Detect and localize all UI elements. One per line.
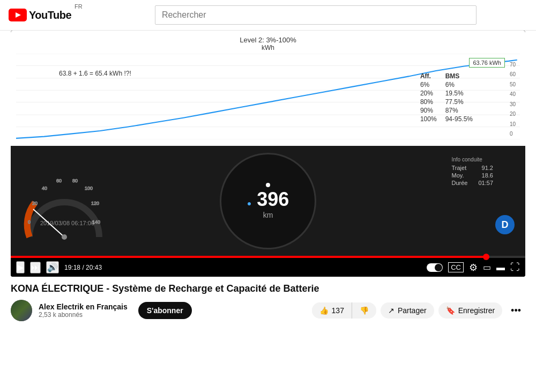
info-value: 18.6 bbox=[482, 172, 493, 179]
left-gauge: 0 20 40 60 80 100 120 140 bbox=[21, 151, 107, 250]
search-input[interactable] bbox=[155, 5, 477, 25]
svg-point-19 bbox=[62, 234, 67, 240]
play-button[interactable]: ▶ bbox=[16, 261, 25, 273]
video-title: KONA ÉLECTRIQUE - Système de Recharge et… bbox=[11, 283, 525, 294]
table-header-bms: BMS bbox=[441, 72, 477, 80]
svg-text:80: 80 bbox=[72, 178, 78, 183]
subtitles-button[interactable]: CC bbox=[448, 262, 464, 272]
settings-button[interactable]: ⚙ bbox=[469, 262, 478, 273]
total-time: 20:43 bbox=[86, 264, 102, 271]
more-button[interactable]: ••• bbox=[507, 303, 525, 319]
table-cell: 6% bbox=[416, 80, 441, 89]
info-row-duree: Durée 01:57 bbox=[452, 180, 494, 186]
timestamp-overlay: 2019/03/08 06:17:06 bbox=[40, 220, 94, 226]
save-button[interactable]: 🔖 Enregistrer bbox=[438, 302, 502, 319]
gear-badge: D bbox=[495, 215, 515, 234]
center-display: ● 396 km bbox=[220, 153, 316, 249]
like-icon: 👍 bbox=[319, 306, 329, 315]
like-button[interactable]: 👍 137 bbox=[312, 302, 352, 319]
channel-row: Alex Electrik en Français 2,53 k abonnés… bbox=[11, 300, 525, 321]
info-label: Moy. bbox=[452, 172, 464, 179]
dislike-icon: 👎 bbox=[360, 306, 369, 315]
chart-svg-container: 63.8 + 1.6 = 65.4 kWh !?! 63.76 kWh 70 6… bbox=[16, 54, 520, 139]
current-time: 19:18 bbox=[64, 264, 80, 271]
volume-button[interactable]: 🔊 bbox=[46, 261, 59, 273]
video-info: KONA ÉLECTRIQUE - Système de Recharge et… bbox=[11, 277, 525, 328]
player-wrapper[interactable]: Level 2: 3%-100% kWh 63.8 + 1.6 = 65.4 k… bbox=[11, 31, 525, 277]
avatar-image bbox=[11, 300, 32, 321]
info-panel-title: Info conduite bbox=[452, 157, 494, 162]
info-value: 91.2 bbox=[482, 165, 493, 171]
table-cell: 6% bbox=[441, 80, 477, 89]
chart-area: Level 2: 3%-100% kWh 63.8 + 1.6 = 65.4 k… bbox=[11, 31, 525, 146]
km-unit: km bbox=[263, 211, 273, 219]
table-cell: 87% bbox=[441, 106, 477, 115]
svg-text:0: 0 bbox=[28, 219, 31, 225]
speed-value: 396 bbox=[257, 188, 289, 210]
like-group: 👍 137 👎 bbox=[312, 302, 376, 319]
controls-right: CC ⚙ ▭ ▬ ⛶ bbox=[427, 262, 520, 273]
fullscreen-button[interactable]: ⛶ bbox=[510, 262, 520, 273]
chart-subtitle: kWh bbox=[16, 44, 520, 51]
table-cell: 20% bbox=[416, 89, 441, 98]
data-table: Aff. BMS 6% 6% 20% 19.5% bbox=[416, 72, 477, 123]
table-cell: 94-95.5% bbox=[441, 115, 477, 123]
svg-text:20: 20 bbox=[32, 201, 38, 206]
progress-bar-container[interactable] bbox=[11, 256, 525, 258]
logo-area: YouTube FR bbox=[9, 9, 83, 21]
theatre-button[interactable]: ▬ bbox=[496, 263, 505, 272]
autoplay-toggle[interactable] bbox=[427, 263, 443, 272]
miniplayer-button[interactable]: ▭ bbox=[483, 262, 491, 272]
progress-dot bbox=[483, 254, 489, 260]
svg-text:60: 60 bbox=[56, 178, 62, 183]
info-row-moy: Moy. 18.6 bbox=[452, 172, 494, 179]
bookmark-icon: 🔖 bbox=[446, 306, 455, 315]
info-value: 01:57 bbox=[478, 180, 493, 186]
header: YouTube FR bbox=[0, 0, 536, 31]
left-gauge-svg: 0 20 40 60 80 100 120 140 bbox=[21, 151, 107, 250]
channel-avatar[interactable] bbox=[11, 300, 32, 321]
action-buttons: 👍 137 👎 ↗ Partager 🔖 Enregistrer ••• bbox=[312, 302, 525, 319]
chart-tooltip: 63.76 kWh bbox=[469, 58, 505, 68]
country-code: FR bbox=[75, 3, 83, 10]
table-cell: 80% bbox=[416, 98, 441, 106]
svg-text:100: 100 bbox=[85, 186, 93, 191]
table-cell: 19.5% bbox=[441, 89, 477, 98]
svg-text:120: 120 bbox=[91, 201, 99, 206]
table-cell: 77.5% bbox=[441, 98, 477, 106]
video-container: Level 2: 3%-100% kWh 63.8 + 1.6 = 65.4 k… bbox=[11, 31, 525, 328]
controls-bar: ▶ ⏭ 🔊 19:18 / 20:43 CC ⚙ ▭ ▬ ⛶ bbox=[11, 258, 525, 277]
dislike-button[interactable]: 👎 bbox=[352, 302, 376, 319]
save-label: Enregistrer bbox=[458, 306, 495, 315]
info-row-trajet: Trajet 91.2 bbox=[452, 165, 494, 171]
info-label: Trajet bbox=[452, 165, 467, 171]
channel-info: Alex Electrik en Français 2,53 k abonnés bbox=[39, 302, 128, 319]
dashboard-area: 0 20 40 60 80 100 120 140 bbox=[11, 146, 525, 256]
subscribe-button[interactable]: S'abonner bbox=[138, 302, 192, 319]
youtube-icon bbox=[9, 9, 27, 21]
like-count: 137 bbox=[332, 306, 344, 315]
progress-bar-fill bbox=[11, 256, 489, 258]
next-button[interactable]: ⏭ bbox=[30, 262, 41, 273]
channel-name[interactable]: Alex Electrik en Français bbox=[39, 302, 128, 311]
table-cell: 100% bbox=[416, 115, 441, 123]
youtube-logo[interactable]: YouTube FR bbox=[9, 9, 83, 21]
y-axis-labels: 70 60 50 40 30 20 10 0 bbox=[510, 62, 516, 137]
info-panel: Info conduite Trajet 91.2 Moy. 18.6 Duré… bbox=[452, 157, 494, 187]
table-cell: 90% bbox=[416, 106, 441, 115]
svg-text:40: 40 bbox=[42, 186, 47, 191]
share-button[interactable]: ↗ Partager bbox=[381, 302, 434, 319]
share-icon: ↗ bbox=[388, 306, 394, 315]
video-content: Level 2: 3%-100% kWh 63.8 + 1.6 = 65.4 k… bbox=[11, 31, 525, 256]
time-display: 19:18 / 20:43 bbox=[64, 264, 102, 271]
info-label: Durée bbox=[452, 180, 468, 186]
channel-subscribers: 2,53 k abonnés bbox=[39, 311, 128, 319]
chart-title: Level 2: 3%-100% bbox=[16, 36, 520, 44]
search-bar bbox=[155, 5, 477, 25]
center-dot bbox=[266, 183, 270, 187]
chart-annotation: 63.8 + 1.6 = 65.4 kWh !?! bbox=[59, 70, 131, 77]
youtube-text: YouTube bbox=[29, 9, 71, 21]
share-label: Partager bbox=[398, 306, 427, 315]
table-header-aff: Aff. bbox=[416, 72, 441, 80]
km-value: ● 396 bbox=[247, 188, 289, 211]
